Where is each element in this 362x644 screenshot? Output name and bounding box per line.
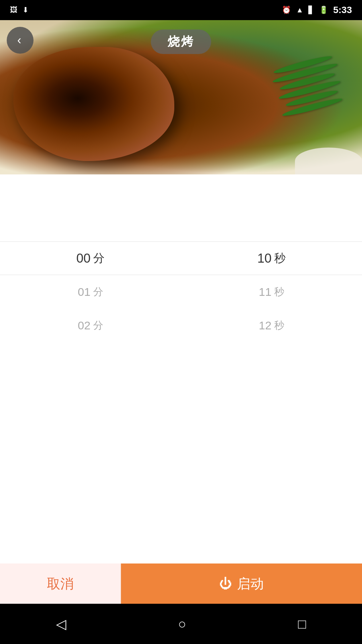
minute-unit-2: 分 (93, 319, 103, 332)
second-value-0: 10 (257, 251, 272, 266)
download-icon: ⬇ (22, 6, 28, 14)
timer-picker[interactable]: 00 分 10 秒 01 分 11 秒 02 分 12 秒 (0, 241, 362, 396)
second-col-0: 10 秒 (181, 251, 362, 266)
start-label: 启动 (237, 575, 264, 593)
minute-col-2: 02 分 (0, 319, 181, 332)
picture-icon: 🖼 (10, 6, 17, 14)
nav-recent-icon[interactable]: □ (298, 616, 306, 632)
signal-icon: ▋ (308, 6, 314, 14)
status-bar-right-icons: ⏰ ▲ ▋ 🔋 5:33 (282, 5, 352, 15)
cancel-button[interactable]: 取消 (0, 564, 121, 604)
second-unit-2: 秒 (274, 319, 284, 332)
nav-home-icon[interactable]: ○ (178, 616, 186, 632)
steak-decoration (13, 47, 174, 161)
minute-value-2: 02 (78, 319, 90, 332)
battery-icon: 🔋 (319, 6, 328, 14)
second-col-2: 12 秒 (181, 319, 362, 332)
minute-value-1: 01 (78, 285, 90, 299)
start-button[interactable]: ⏻ 启动 (121, 564, 362, 604)
minute-unit-0: 分 (93, 251, 105, 266)
second-unit-0: 秒 (274, 251, 286, 266)
bottom-nav: ◁ ○ □ (0, 604, 362, 644)
minute-col-0: 00 分 (0, 251, 181, 266)
category-tag: 烧烤 (151, 30, 211, 54)
status-bar-left-icons: 🖼 ⬇ (10, 6, 28, 14)
action-buttons: 取消 ⏻ 启动 (0, 564, 362, 604)
minute-value-0: 00 (76, 251, 90, 266)
picker-row-2[interactable]: 02 分 12 秒 (0, 309, 362, 342)
status-bar: 🖼 ⬇ ⏰ ▲ ▋ 🔋 5:33 (0, 0, 362, 20)
wifi-icon: ▲ (296, 6, 303, 14)
second-unit-1: 秒 (274, 285, 284, 299)
minute-col-1: 01 分 (0, 285, 181, 299)
second-col-1: 11 秒 (181, 285, 362, 299)
picker-row-0[interactable]: 00 分 10 秒 (0, 241, 362, 275)
power-icon: ⏻ (219, 577, 232, 591)
second-value-1: 11 (259, 285, 272, 299)
status-time: 5:33 (333, 5, 352, 15)
picker-row-1[interactable]: 01 分 11 秒 (0, 275, 362, 309)
plate-decoration (295, 148, 362, 174)
back-button[interactable]: ‹ (7, 27, 34, 54)
spacer (0, 174, 362, 241)
minute-unit-1: 分 (93, 285, 103, 299)
back-arrow-icon: ‹ (17, 33, 21, 47)
hero-image: ‹ 烧烤 (0, 20, 362, 174)
second-value-2: 12 (259, 319, 272, 332)
alarm-icon: ⏰ (282, 6, 291, 14)
nav-back-icon[interactable]: ◁ (56, 616, 66, 632)
